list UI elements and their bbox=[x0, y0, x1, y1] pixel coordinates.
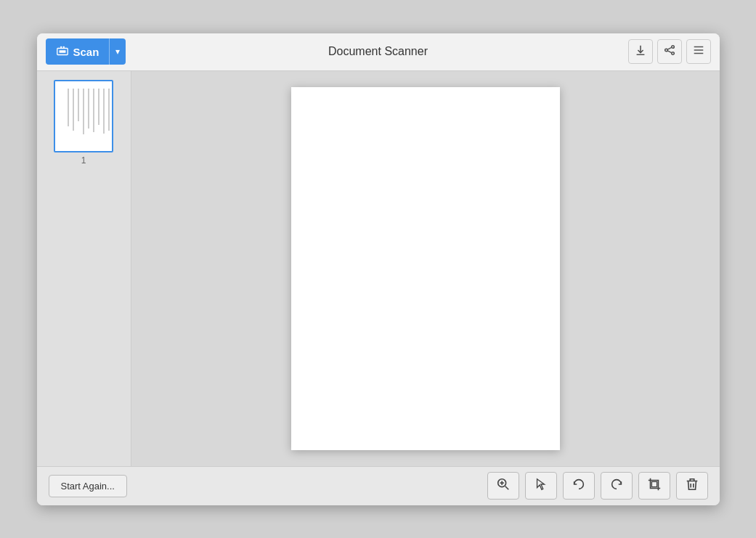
page-thumbnail[interactable] bbox=[54, 80, 113, 152]
header-left: Scan ▾ bbox=[46, 38, 126, 65]
cursor-icon bbox=[534, 477, 548, 495]
footer-toolbar: Start Again... bbox=[37, 466, 720, 505]
header-right bbox=[628, 39, 711, 64]
page-number: 1 bbox=[81, 155, 86, 166]
zoom-tool-button[interactable] bbox=[487, 472, 519, 500]
svg-rect-23 bbox=[291, 87, 560, 450]
share-button[interactable] bbox=[657, 39, 682, 64]
rotate-right-icon bbox=[609, 477, 624, 495]
rotate-right-button[interactable] bbox=[601, 472, 633, 500]
rotate-left-icon bbox=[572, 477, 586, 495]
start-again-button[interactable]: Start Again... bbox=[49, 475, 127, 497]
delete-button[interactable] bbox=[676, 472, 708, 500]
main-content: 1 PLEASE SWITCH ON [CONNECT YOUR SCANNER… bbox=[37, 71, 720, 466]
header: Scan ▾ Document Scanner bbox=[37, 33, 720, 71]
crop-button[interactable] bbox=[638, 472, 670, 500]
document-svg: PLEASE SWITCH ON [CONNECT YOUR SCANNER. … bbox=[291, 87, 560, 450]
svg-line-8 bbox=[667, 51, 671, 53]
crop-icon bbox=[647, 477, 662, 495]
svg-rect-3 bbox=[62, 46, 64, 49]
app-window: Scan ▾ Document Scanner bbox=[37, 33, 720, 505]
scan-dropdown-button[interactable]: ▾ bbox=[109, 38, 126, 65]
svg-rect-2 bbox=[60, 46, 62, 49]
download-icon bbox=[634, 44, 647, 60]
document-page: PLEASE SWITCH ON [CONNECT YOUR SCANNER. … bbox=[291, 87, 560, 450]
scan-icon bbox=[56, 45, 69, 58]
app-title: Document Scanner bbox=[328, 45, 428, 58]
cursor-tool-button[interactable] bbox=[525, 472, 557, 500]
menu-button[interactable] bbox=[686, 39, 711, 64]
sidebar: 1 bbox=[37, 71, 131, 466]
dropdown-arrow-icon: ▾ bbox=[115, 46, 120, 57]
svg-point-5 bbox=[664, 49, 667, 52]
menu-icon bbox=[692, 44, 705, 60]
delete-icon bbox=[685, 477, 699, 495]
svg-point-6 bbox=[671, 52, 674, 55]
document-viewer: PLEASE SWITCH ON [CONNECT YOUR SCANNER. … bbox=[131, 71, 720, 466]
svg-line-49 bbox=[505, 486, 508, 489]
svg-point-4 bbox=[671, 46, 674, 49]
footer-tools bbox=[487, 472, 708, 500]
rotate-left-button[interactable] bbox=[563, 472, 595, 500]
svg-line-7 bbox=[667, 47, 671, 49]
thumbnail-svg bbox=[55, 81, 112, 151]
scan-button[interactable]: Scan bbox=[46, 38, 110, 65]
svg-rect-1 bbox=[59, 50, 65, 53]
svg-rect-52 bbox=[651, 481, 657, 486]
thumbnail-container: 1 bbox=[54, 80, 113, 166]
start-again-label: Start Again... bbox=[61, 481, 115, 492]
scan-label: Scan bbox=[73, 46, 99, 58]
zoom-icon bbox=[496, 477, 511, 495]
download-button[interactable] bbox=[628, 39, 653, 64]
share-icon bbox=[663, 44, 676, 60]
footer-left: Start Again... bbox=[49, 475, 127, 497]
